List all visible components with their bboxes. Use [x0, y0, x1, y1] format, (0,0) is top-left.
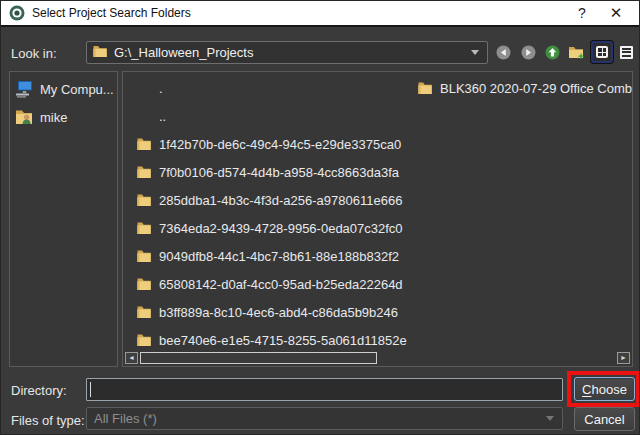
- horizontal-scrollbar[interactable]: ◄ ►: [124, 351, 631, 365]
- choose-button[interactable]: Choose: [574, 377, 635, 401]
- folder-icon: [136, 248, 152, 264]
- list-item[interactable]: 9049dfb8-44c1-4bc7-8b61-88e188b832f2: [123, 242, 415, 270]
- list-item[interactable]: ..: [123, 102, 415, 130]
- folder-icon: [136, 304, 152, 320]
- look-in-combobox[interactable]: G:\_Halloween_Projects: [86, 41, 488, 64]
- folder-icon: [136, 164, 152, 180]
- scroll-right-icon[interactable]: ►: [617, 352, 630, 364]
- folder-icon: [136, 276, 152, 292]
- grid-view-icon: [596, 46, 608, 58]
- list-item[interactable]: BLK360 2020-07-29 Office Combin: [415, 74, 632, 102]
- chevron-down-icon: [471, 50, 479, 55]
- file-name: 7f0b0106-d574-4d4b-a958-4cc8663da3fa: [159, 165, 399, 180]
- folder-icon: [92, 43, 108, 62]
- select-project-search-folders-dialog: Select Project Search Folders ? ✕ Look i…: [0, 0, 640, 435]
- directory-input[interactable]: [86, 378, 563, 401]
- file-name: b3ff889a-8c10-4ec6-abd4-c86da5b9b246: [159, 305, 398, 320]
- folder-icon: [136, 192, 152, 208]
- file-name: BLK360 2020-07-29 Office Combin: [440, 81, 632, 96]
- sidebar-item[interactable]: mike: [10, 103, 117, 131]
- chevron-down-icon: [546, 416, 554, 421]
- list-item[interactable]: 7364eda2-9439-4728-9956-0eda07c32fc0: [123, 214, 415, 242]
- scrollbar-thumb[interactable]: [140, 352, 377, 364]
- folder-icon: [136, 136, 152, 152]
- sidebar-item-label: My Compu...: [40, 82, 114, 97]
- forward-button[interactable]: [519, 43, 537, 61]
- folder-icon: [417, 80, 433, 96]
- list-view-button[interactable]: [591, 41, 613, 63]
- list-item[interactable]: b3ff889a-8c10-4ec6-abd4-c86da5b9b246: [123, 298, 415, 326]
- file-list-column-1: ...1f42b70b-de6c-49c4-94c5-e29de3375ca07…: [123, 74, 415, 352]
- places-sidebar: My Compu...mike: [9, 71, 118, 367]
- file-name: 9049dfb8-44c1-4bc7-8b61-88e188b832f2: [159, 249, 399, 264]
- files-of-type-combobox: All Files (*): [86, 407, 563, 430]
- detail-view-icon: [620, 46, 633, 59]
- user-folder-icon: [14, 107, 34, 127]
- list-item[interactable]: 285ddba1-4b3c-4f3d-a256-a9780611e666: [123, 186, 415, 214]
- sidebar-item-label: mike: [40, 110, 67, 125]
- help-button[interactable]: ?: [565, 1, 599, 25]
- look-in-value: G:\_Halloween_Projects: [114, 45, 471, 60]
- list-item[interactable]: bee740e6-e1e5-4715-8255-5a061d11852e: [123, 326, 415, 352]
- file-name: 285ddba1-4b3c-4f3d-a256-a9780611e666: [159, 193, 402, 208]
- file-name: .: [159, 81, 163, 96]
- file-name: ..: [159, 109, 166, 124]
- close-icon[interactable]: ✕: [599, 1, 633, 25]
- scroll-left-icon[interactable]: ◄: [125, 352, 138, 364]
- cancel-button[interactable]: Cancel: [574, 407, 635, 431]
- file-list-column-2: BLK360 2020-07-29 Office Combin: [415, 74, 632, 352]
- list-item[interactable]: .: [123, 74, 415, 102]
- list-item[interactable]: 7f0b0106-d574-4d4b-a958-4cc8663da3fa: [123, 158, 415, 186]
- back-button[interactable]: [494, 43, 512, 61]
- parent-directory-button[interactable]: [543, 43, 561, 61]
- file-name: 7364eda2-9439-4728-9956-0eda07c32fc0: [159, 221, 403, 236]
- sidebar-item[interactable]: My Compu...: [10, 75, 117, 103]
- list-item[interactable]: 1f42b70b-de6c-49c4-94c5-e29de3375ca0: [123, 130, 415, 158]
- titlebar: Select Project Search Folders ? ✕: [1, 1, 639, 27]
- file-name: bee740e6-e1e5-4715-8255-5a061d11852e: [159, 333, 407, 348]
- folder-icon: [136, 220, 152, 236]
- files-of-type-value: All Files (*): [94, 411, 546, 426]
- file-list[interactable]: ...1f42b70b-de6c-49c4-94c5-e29de3375ca07…: [122, 71, 633, 367]
- detail-view-button[interactable]: [617, 43, 635, 61]
- files-of-type-label: Files of type:: [11, 413, 85, 428]
- folder-icon: [136, 332, 152, 348]
- new-folder-button[interactable]: [567, 43, 585, 61]
- file-name: 1f42b70b-de6c-49c4-94c5-e29de3375ca0: [159, 137, 401, 152]
- directory-label: Directory:: [11, 383, 67, 398]
- icon-spacer: [136, 108, 152, 124]
- list-item[interactable]: 65808142-d0af-4cc0-95ad-b25eda22264d: [123, 270, 415, 298]
- app-icon: [9, 5, 25, 21]
- look-in-label: Look in:: [11, 46, 57, 61]
- window-title: Select Project Search Folders: [32, 6, 565, 20]
- file-name: 65808142-d0af-4cc0-95ad-b25eda22264d: [159, 277, 403, 292]
- icon-spacer: [136, 80, 152, 96]
- computer-icon: [14, 79, 34, 99]
